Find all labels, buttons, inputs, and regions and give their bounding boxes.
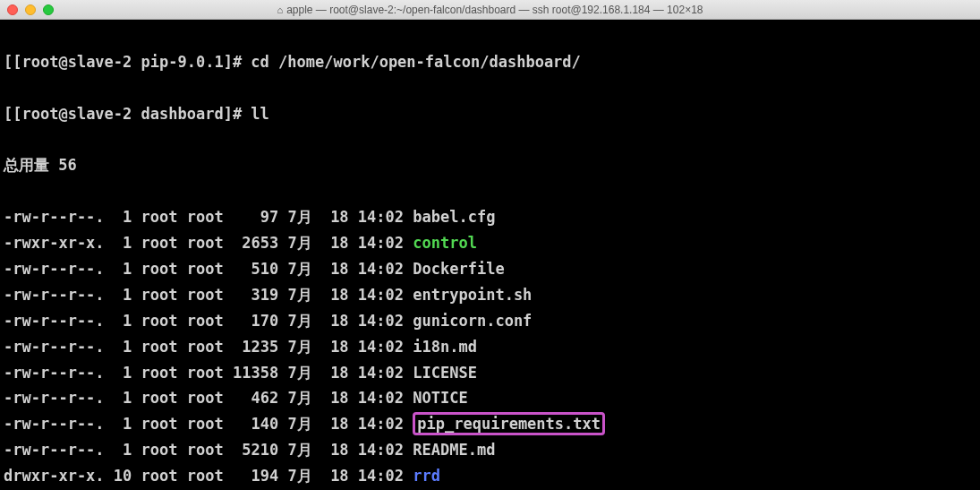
- month: 7月: [287, 234, 311, 252]
- terminal[interactable]: [[root@slave-2 pip-9.0.1]# cd /home/work…: [0, 20, 980, 490]
- time: 14:02: [358, 441, 404, 459]
- owner: root: [141, 312, 178, 330]
- group: root: [187, 364, 224, 382]
- time: 14:02: [358, 338, 404, 356]
- command-ll: ll: [242, 105, 269, 123]
- file-name: NOTICE: [413, 389, 467, 407]
- owner: root: [141, 364, 178, 382]
- links: 1: [105, 364, 132, 382]
- time: 14:02: [358, 286, 404, 304]
- time: 14:02: [358, 467, 404, 485]
- size: 2653: [233, 234, 278, 252]
- day: 18: [312, 208, 349, 226]
- perm: -rw-r--r--.: [4, 415, 105, 433]
- owner: root: [141, 234, 178, 252]
- file-name: Dockerfile: [413, 260, 504, 278]
- file-row: -rw-r--r--. 1 root root 5210 7月 18 14:02…: [4, 437, 976, 463]
- size: 1235: [233, 338, 278, 356]
- file-name: pip_requirements.txt: [413, 412, 605, 435]
- group: root: [187, 312, 224, 330]
- time: 14:02: [358, 364, 404, 382]
- maximize-button[interactable]: [43, 4, 54, 15]
- file-row: drwxr-xr-x. 10 root root 194 7月 18 14:02…: [4, 463, 976, 489]
- size: 11358: [233, 364, 278, 382]
- time: 14:02: [358, 415, 404, 433]
- file-row: -rw-r--r--. 1 root root 140 7月 18 14:02 …: [4, 411, 976, 437]
- day: 18: [312, 286, 349, 304]
- file-row: -rw-r--r--. 1 root root 97 7月 18 14:02 b…: [4, 204, 976, 230]
- perm: -rw-r--r--.: [4, 260, 105, 278]
- minimize-button[interactable]: [25, 4, 36, 15]
- size: 319: [233, 286, 278, 304]
- links: 1: [105, 441, 132, 459]
- file-row: -rw-r--r--. 1 root root 170 7月 18 14:02 …: [4, 308, 976, 334]
- group: root: [187, 415, 224, 433]
- prompt: [root@slave-2 pip-9.0.1]#: [13, 53, 242, 71]
- owner: root: [141, 338, 178, 356]
- group: root: [187, 286, 224, 304]
- titlebar: ⌂ apple — root@slave-2:~/open-falcon/das…: [0, 0, 980, 20]
- window-controls: [7, 4, 54, 15]
- links: 1: [105, 338, 132, 356]
- links: 1: [105, 415, 132, 433]
- file-name: LICENSE: [413, 364, 477, 382]
- month: 7月: [287, 208, 311, 226]
- group: root: [187, 260, 224, 278]
- group: root: [187, 338, 224, 356]
- size: 462: [233, 389, 278, 407]
- links: 1: [105, 312, 132, 330]
- month: 7月: [287, 338, 311, 356]
- size: 510: [233, 260, 278, 278]
- day: 18: [312, 338, 349, 356]
- month: 7月: [287, 364, 311, 382]
- month: 7月: [287, 260, 311, 278]
- owner: root: [141, 389, 178, 407]
- links: 1: [105, 208, 132, 226]
- perm: -rw-r--r--.: [4, 364, 105, 382]
- file-name: i18n.md: [413, 338, 477, 356]
- file-row: -rwxr-xr-x. 1 root root 2653 7月 18 14:02…: [4, 230, 976, 256]
- size: 170: [233, 312, 278, 330]
- file-row: -rw-r--r--. 1 root root 510 7月 18 14:02 …: [4, 256, 976, 282]
- perm: -rw-r--r--.: [4, 389, 105, 407]
- links: 10: [105, 467, 132, 485]
- owner: root: [141, 260, 178, 278]
- group: root: [187, 208, 224, 226]
- day: 18: [312, 364, 349, 382]
- group: root: [187, 467, 224, 485]
- owner: root: [141, 467, 178, 485]
- home-icon: ⌂: [277, 4, 284, 15]
- group: root: [187, 441, 224, 459]
- day: 18: [312, 389, 349, 407]
- day: 18: [312, 467, 349, 485]
- file-name: entrypoint.sh: [413, 286, 532, 304]
- day: 18: [312, 234, 349, 252]
- prompt: [root@slave-2 dashboard]#: [13, 105, 242, 123]
- prompt-line-1: [[root@slave-2 pip-9.0.1]# cd /home/work…: [4, 49, 976, 75]
- perm: -rw-r--r--.: [4, 312, 105, 330]
- close-button[interactable]: [7, 4, 18, 15]
- group: root: [187, 234, 224, 252]
- perm: drwxr-xr-x.: [4, 467, 105, 485]
- prompt-line-2: [[root@slave-2 dashboard]# ll: [4, 101, 976, 127]
- window-title: ⌂ apple — root@slave-2:~/open-falcon/das…: [0, 4, 980, 16]
- month: 7月: [287, 312, 311, 330]
- day: 18: [312, 415, 349, 433]
- size: 194: [233, 467, 278, 485]
- file-name: gunicorn.conf: [413, 312, 532, 330]
- file-name: babel.cfg: [413, 208, 495, 226]
- file-name: README.md: [413, 441, 495, 459]
- links: 1: [105, 260, 132, 278]
- owner: root: [141, 208, 178, 226]
- time: 14:02: [358, 389, 404, 407]
- perm: -rw-r--r--.: [4, 441, 105, 459]
- owner: root: [141, 415, 178, 433]
- bracket: [: [4, 53, 13, 71]
- month: 7月: [287, 441, 311, 459]
- file-listing: -rw-r--r--. 1 root root 97 7月 18 14:02 b…: [4, 204, 976, 490]
- file-row: -rw-r--r--. 1 root root 1235 7月 18 14:02…: [4, 334, 976, 360]
- perm: -rw-r--r--.: [4, 286, 105, 304]
- perm: -rwxr-xr-x.: [4, 234, 105, 252]
- group: root: [187, 389, 224, 407]
- month: 7月: [287, 389, 311, 407]
